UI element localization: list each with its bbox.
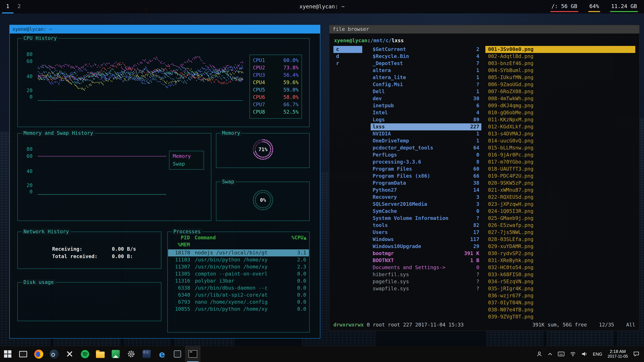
file-row[interactable]: 033-k68FIS0.png [485, 271, 635, 278]
xserver-app[interactable] [62, 346, 77, 362]
command-prompt-app[interactable]: C:\ [139, 346, 154, 362]
dir-row[interactable]: Config.Msi? [371, 81, 481, 88]
dir-row[interactable]: altera_lite1 [371, 74, 481, 81]
settings-app[interactable] [124, 346, 139, 362]
process-row-11307[interactable]: 11307/usr/bin/python /home/xy2.3 [168, 264, 309, 271]
firefox-app[interactable] [31, 346, 46, 362]
process-row-18178[interactable]: 18178nodejs /usr/local/bin/gt3.1 [168, 249, 309, 256]
file-browser-titlebar[interactable]: file browser [330, 25, 639, 33]
dir-row[interactable]: ProgramData38 [371, 180, 481, 187]
file-row[interactable]: 028-03SLEfa.png [485, 236, 635, 243]
file-row[interactable]: 037-0IyT04N.png [485, 299, 635, 306]
dir-row[interactable]: Program Files (x86)66 [371, 173, 481, 180]
file-row[interactable]: 017-m70YGbo.png [485, 159, 635, 166]
dir-row[interactable]: pcdoctor_depot_tools64 [371, 144, 481, 151]
process-row-11103[interactable]: 11103/usr/bin/python /home/xy2.6 [168, 256, 309, 264]
dir-row[interactable]: Documents and Settings->0 [371, 264, 481, 271]
dir-row[interactable]: SymCache0 [371, 208, 481, 215]
file-row[interactable]: 011-KKzNpxM.png [485, 116, 635, 123]
file-row[interactable]: 039-9ZVgT0T.png [485, 313, 635, 321]
file-row[interactable]: 030-rydvSP2.png [485, 250, 635, 257]
drive-d[interactable]: d [334, 53, 362, 60]
show-hidden-icons-button[interactable] [548, 352, 552, 356]
drive-c[interactable]: c [334, 46, 362, 53]
file-explorer-app[interactable] [92, 346, 108, 362]
file-row[interactable]: 001-3Sv00e0.png [485, 46, 635, 53]
dir-row[interactable]: processing-3.3.68 [371, 159, 481, 166]
file-row[interactable]: 013-s4DVMAJ.png [485, 130, 635, 137]
dir-row[interactable]: lxss227 [371, 123, 481, 130]
file-row[interactable]: 036-wzjr67F.png [485, 292, 635, 299]
file-row[interactable]: 007-6RoZX08.png [485, 88, 635, 95]
terminal-app[interactable] [185, 346, 200, 362]
drive-r[interactable]: r [334, 60, 362, 67]
action-center-button[interactable] [633, 351, 639, 357]
dir-row[interactable]: Windows117 [371, 236, 481, 243]
app-shortcut[interactable] [170, 346, 185, 362]
file-row[interactable]: 010-gQ6obMe.png [485, 109, 635, 116]
clock[interactable]: 2:18 AM 2017-11-05 [608, 349, 628, 359]
file-row[interactable]: 002-AdqtlBd.png [485, 53, 635, 60]
file-row[interactable]: 003-bnzEf46.png [485, 60, 635, 67]
file-row[interactable]: 008-4mTwkWh.png [485, 95, 635, 102]
file-row[interactable]: 015-bLLMsnw.png [485, 144, 635, 151]
touch-keyboard-button[interactable] [558, 352, 565, 356]
pid-column-header[interactable]: PID [170, 235, 190, 241]
dir-row[interactable]: SQLServer2016Media3 [371, 201, 481, 208]
start-button[interactable] [0, 346, 16, 362]
dir-row[interactable]: tools82 [371, 222, 481, 229]
file-row[interactable]: 004-SYbBuml.png [485, 67, 635, 74]
dir-row[interactable]: Intel4 [371, 109, 481, 116]
file-row[interactable]: 023-jXPzqwH.png [485, 201, 635, 208]
file-row[interactable]: 018-UAUTfT3.png [485, 166, 635, 173]
file-row[interactable]: 022-RQXEUSd.png [485, 194, 635, 201]
dir-row[interactable]: Python2714 [371, 187, 481, 194]
dir-row[interactable]: Recovery3 [371, 194, 481, 201]
dir-row[interactable]: Users17 [371, 229, 481, 236]
photos-app[interactable] [108, 346, 124, 362]
dir-row[interactable]: inetpub6 [371, 102, 481, 109]
dir-row[interactable]: Windows10Upgrade29 [371, 243, 481, 250]
process-row-10855[interactable]: 10855/usr/bin/python /home/xy0.0 [168, 306, 309, 313]
file-row[interactable]: 005-IUkufMN.png [485, 74, 635, 81]
dir-row[interactable]: Logs89 [371, 116, 481, 123]
process-row-6793[interactable]: 6793nano /home/xyene/.config0.0 [168, 299, 309, 306]
steam-app[interactable] [46, 346, 62, 362]
file-row[interactable]: 020-9SKW5zP.png [485, 180, 635, 187]
dir-row[interactable]: BOOTNXT1 B [371, 257, 481, 264]
file-row[interactable]: 021-xWMnu87.png [485, 187, 635, 194]
terminal-titlebar[interactable]: xyene@lycan: ~ [10, 25, 320, 33]
dir-row[interactable]: $Recycle.Bin4 [371, 53, 481, 60]
volume-tray-button[interactable] [582, 351, 588, 357]
file-row[interactable]: 035-jRIgr4K.png [485, 285, 635, 292]
dir-row[interactable]: bootmgr391 K [371, 250, 481, 257]
process-row-6340[interactable]: 6340/usr/lib/at-spi2-core/at0.0 [168, 292, 309, 299]
file-row[interactable]: 016-9jAr0Pc.png [485, 151, 635, 159]
spotify-app[interactable] [77, 346, 92, 362]
workspace-2[interactable]: 2 [14, 0, 25, 13]
dir-row[interactable]: System Volume Information? [371, 215, 481, 222]
file-row[interactable]: 012-KGdXLkf.png [485, 123, 635, 130]
process-row-11305[interactable]: 11305compton --paint-on-overl0.0 [168, 271, 309, 278]
dir-row[interactable]: pagefile.sys? [371, 278, 481, 285]
dir-row[interactable]: Dell1 [371, 88, 481, 95]
file-row[interactable]: 026-E5zwafp.png [485, 222, 635, 229]
file-row[interactable]: 025-GMaeb9j.png [485, 215, 635, 222]
file-row[interactable]: 029-xuYDAMR.png [485, 243, 635, 250]
file-row[interactable]: 006-9ZaoUGd.png [485, 81, 635, 88]
language-indicator[interactable]: ENG [593, 352, 602, 357]
file-row[interactable]: 024-1Q05I3R.png [485, 208, 635, 215]
dir-row[interactable]: swapfile.sys? [371, 285, 481, 292]
task-view-button[interactable] [16, 346, 31, 362]
cpu-column-header[interactable]: %CPU▲ [292, 235, 306, 241]
file-row[interactable]: 032-HC0to54.png [485, 264, 635, 271]
dir-row[interactable]: PerfLogs0 [371, 151, 481, 159]
edge-app[interactable]: e [154, 346, 170, 362]
dir-row[interactable]: OneDriveTemp1 [371, 137, 481, 144]
dir-row[interactable]: Program Files60 [371, 166, 481, 173]
file-row[interactable]: 031-XReByhk.png [485, 257, 635, 264]
mem-column-header[interactable]: %MEM [170, 242, 190, 248]
dir-row[interactable]: dev30 [371, 95, 481, 102]
people-tray-button[interactable] [536, 351, 542, 357]
process-row-6338[interactable]: 6338/usr/bin/dbus-daemon --c0.0 [168, 285, 309, 292]
